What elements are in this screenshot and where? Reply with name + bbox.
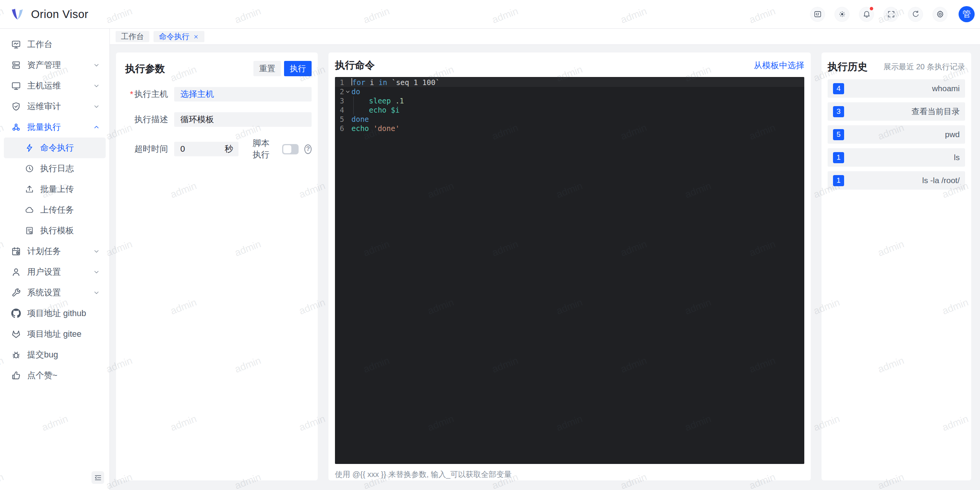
host-select[interactable]: 选择主机 xyxy=(174,87,312,102)
sidebar-subitem-exec-template[interactable]: 执行模板 xyxy=(4,220,106,241)
fold-chevron-icon[interactable] xyxy=(344,87,351,96)
fold-gutter xyxy=(344,105,351,115)
fold-gutter xyxy=(344,124,351,133)
history-item[interactable]: 5pwd xyxy=(828,125,965,144)
refresh-button[interactable] xyxy=(908,7,923,22)
script-exec-toggle[interactable] xyxy=(282,144,299,154)
user-avatar[interactable]: 管 xyxy=(959,6,975,22)
code-button[interactable] xyxy=(810,7,825,22)
history-item[interactable]: 1ls xyxy=(828,148,965,167)
fullscreen-button[interactable] xyxy=(884,7,898,22)
exec-history-panel: 执行历史 展示最近 20 条执行记录 4whoami3查看当前目录5pwd1ls… xyxy=(822,52,971,480)
audit-icon xyxy=(11,102,21,111)
editor-line-2[interactable]: 2do xyxy=(335,87,804,96)
history-item[interactable]: 3查看当前目录 xyxy=(828,102,965,121)
sidebar-subitem-exec-log[interactable]: 执行日志 xyxy=(4,158,106,179)
sidebar-subitem-command-exec[interactable]: 命令执行 xyxy=(4,138,106,158)
sidebar-item-schedule[interactable]: 计划任务 xyxy=(0,241,109,262)
code-editor[interactable]: 1for i in `seq 1 100`2do3 sleep .14 echo… xyxy=(335,77,804,464)
caret-down-icon xyxy=(93,289,100,297)
select-from-template-link[interactable]: 从模板中选择 xyxy=(754,60,804,71)
orion-visor-logo-icon xyxy=(10,7,25,22)
editor-line-4[interactable]: 4 echo $i xyxy=(335,105,804,115)
sidebar-item-report-bug[interactable]: 提交bug xyxy=(0,344,109,365)
editor-line-number: 2 xyxy=(335,87,344,96)
bell-button[interactable] xyxy=(859,7,874,22)
fold-gutter xyxy=(344,78,351,87)
main-content: 执行参数 重置 执行 执行主机 选择主机 执行描述 超时时间 秒 脚本执行 xyxy=(110,45,980,490)
history-icon xyxy=(25,164,34,173)
sidebar-item-like[interactable]: 点个赞~ xyxy=(0,365,109,386)
sidebar-item-label: 运维审计 xyxy=(27,101,61,112)
github-icon xyxy=(11,308,21,318)
exec-history-subtitle: 展示最近 20 条执行记录 xyxy=(884,62,965,72)
timeout-unit-label: 秒 xyxy=(225,143,233,155)
editor-line-1[interactable]: 1for i in `seq 1 100` xyxy=(335,78,804,87)
menu-fold-icon xyxy=(94,474,102,482)
host-icon xyxy=(11,81,21,91)
sidebar-item-host-ops[interactable]: 主机运维 xyxy=(0,75,109,96)
tab-close-icon[interactable] xyxy=(193,34,199,40)
tab-label: 工作台 xyxy=(121,31,144,42)
fullscreen-icon xyxy=(887,10,895,18)
history-count-badge: 1 xyxy=(833,175,844,186)
history-command-text: whoami xyxy=(932,84,960,93)
sidebar-item-assets[interactable]: 资产管理 xyxy=(0,55,109,75)
sidebar-collapse-button[interactable] xyxy=(91,471,104,484)
wrench-icon xyxy=(11,288,21,298)
tab-bar: 工作台命令执行 xyxy=(110,29,980,45)
history-command-text: pwd xyxy=(945,130,960,139)
fold-gutter xyxy=(344,96,351,105)
tab-command-exec[interactable]: 命令执行 xyxy=(154,31,204,42)
sidebar-item-label: 提交bug xyxy=(27,349,58,361)
sidebar-item-label: 用户设置 xyxy=(27,266,61,278)
timeout-input[interactable] xyxy=(180,144,225,154)
bell-icon xyxy=(862,10,871,18)
sidebar-item-label: 点个赞~ xyxy=(27,370,57,381)
gear-icon xyxy=(936,10,944,18)
sidebar-item-label: 主机运维 xyxy=(27,80,61,92)
tab-workbench[interactable]: 工作台 xyxy=(116,31,149,42)
editor-line-5[interactable]: 5done xyxy=(335,115,804,124)
notification-badge-dot xyxy=(869,6,874,11)
sidebar-item-batch-exec[interactable]: 批量执行 xyxy=(0,117,109,138)
sidebar-subitem-upload-task[interactable]: 上传任务 xyxy=(4,200,106,220)
editor-code-text: do xyxy=(351,87,360,96)
editor-line-number: 6 xyxy=(335,124,344,133)
history-count-badge: 3 xyxy=(833,106,844,117)
timeout-field-label: 超时时间 xyxy=(125,143,174,155)
description-input[interactable] xyxy=(174,112,312,127)
run-button[interactable]: 执行 xyxy=(284,61,312,76)
app-logo: Orion Visor xyxy=(10,7,88,22)
editor-line-6[interactable]: 6echo 'done' xyxy=(335,124,804,133)
editor-code-text: echo $i xyxy=(351,105,400,115)
fold-gutter xyxy=(344,115,351,124)
gitee-icon xyxy=(11,329,21,339)
app-header: Orion Visor 管 xyxy=(0,0,980,29)
exec-command-title: 执行命令 xyxy=(335,59,375,72)
sidebar: 工作台资产管理主机运维运维审计批量执行命令执行执行日志批量上传上传任务执行模板计… xyxy=(0,29,110,490)
sidebar-subitem-label: 执行日志 xyxy=(40,163,74,174)
flash-icon xyxy=(25,143,34,152)
batch-icon xyxy=(11,122,21,132)
brightness-button[interactable] xyxy=(835,7,849,22)
history-item[interactable]: 1ls -la /root/ xyxy=(828,171,965,190)
reset-button[interactable]: 重置 xyxy=(253,61,281,76)
sidebar-item-gitee[interactable]: 项目地址 gitee xyxy=(0,324,109,344)
history-item[interactable]: 4whoami xyxy=(828,79,965,98)
sidebar-item-user-settings[interactable]: 用户设置 xyxy=(0,262,109,282)
sidebar-item-label: 系统设置 xyxy=(27,287,61,298)
sidebar-item-audit[interactable]: 运维审计 xyxy=(0,96,109,117)
sidebar-item-github[interactable]: 项目地址 github xyxy=(0,303,109,324)
sidebar-item-system-settings[interactable]: 系统设置 xyxy=(0,282,109,303)
caret-down-icon xyxy=(93,103,100,110)
history-count-badge: 1 xyxy=(833,152,844,163)
exec-params-panel: 执行参数 重置 执行 执行主机 选择主机 执行描述 超时时间 秒 脚本执行 xyxy=(116,52,318,480)
gear-button[interactable] xyxy=(933,7,947,22)
header-actions: 管 xyxy=(810,6,975,22)
sidebar-subitem-batch-upload[interactable]: 批量上传 xyxy=(4,179,106,200)
question-icon[interactable]: ? xyxy=(304,144,312,154)
exec-command-panel: 执行命令 从模板中选择 1for i in `seq 1 100`2do3 sl… xyxy=(328,52,811,480)
editor-line-3[interactable]: 3 sleep .1 xyxy=(335,96,804,105)
sidebar-item-workbench[interactable]: 工作台 xyxy=(0,34,109,55)
